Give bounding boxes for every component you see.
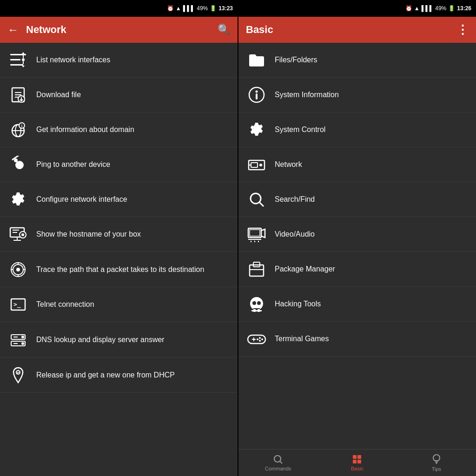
svg-point-47 xyxy=(259,164,262,166)
overflow-menu-button[interactable]: ⋮ xyxy=(456,23,469,37)
svg-rect-46 xyxy=(251,163,258,167)
dhcp-icon: IP xyxy=(7,364,29,386)
list-item-download[interactable]: Download file xyxy=(0,78,238,112)
list-item-package[interactable]: Package Manager xyxy=(238,252,476,287)
list-item-dns[interactable]: DNS lookup and display server answer xyxy=(0,322,238,357)
dhcp-label: Release ip and get a new one from DHCP xyxy=(36,370,175,380)
list-item-syscontrol[interactable]: System Control xyxy=(238,112,476,147)
battery-percent-left: 49% xyxy=(197,5,208,12)
list-item-ping[interactable]: Ping to another device xyxy=(0,147,238,182)
svg-rect-64 xyxy=(251,310,262,311)
svg-rect-75 xyxy=(357,455,361,459)
ping-icon xyxy=(7,154,29,175)
list-item-network-right[interactable]: Network xyxy=(238,147,476,182)
list-item-traceroute[interactable]: Trace the path that a packet takes to it… xyxy=(0,252,238,287)
list-item-configure[interactable]: Configure network interface xyxy=(0,182,238,217)
svg-rect-0 xyxy=(10,54,26,55)
svg-rect-78 xyxy=(435,461,438,462)
syscontrol-label: System Control xyxy=(275,126,325,134)
gear-icon xyxy=(246,119,267,140)
download-icon xyxy=(7,84,29,106)
domain-label: Get information about domain xyxy=(36,126,134,134)
network-card-icon xyxy=(246,154,267,175)
info-icon xyxy=(246,84,267,106)
svg-point-26 xyxy=(21,233,24,236)
battery-percent-right: 49% xyxy=(435,5,446,12)
tips-bulb-icon xyxy=(432,454,441,465)
list-item-dhcp[interactable]: IP Release ip and get a new one from DHC… xyxy=(0,357,238,393)
signal-icon-left: ▌▌▌ xyxy=(183,5,195,12)
hostname-label: Show the hostname of your box xyxy=(36,230,141,238)
time-left: 13:23 xyxy=(218,5,233,12)
svg-point-49 xyxy=(251,193,261,204)
list-item-search[interactable]: Search/Find xyxy=(238,182,476,217)
list-item-games[interactable]: Terminal Games xyxy=(238,322,476,357)
battery-icon-left: 🔋 xyxy=(210,5,217,12)
games-label: Terminal Games xyxy=(275,335,329,343)
traceroute-icon xyxy=(7,259,29,280)
battery-icon-right: 🔋 xyxy=(448,5,455,12)
signal-icon-right: ▌▌▌ xyxy=(422,5,434,12)
package-label: Package Manager xyxy=(275,265,335,273)
nav-commands[interactable]: Commands xyxy=(238,450,317,476)
list-item-hacking[interactable]: Hacking Tools xyxy=(238,287,476,322)
list-item-video[interactable]: Video/Audio xyxy=(238,217,476,252)
svg-rect-74 xyxy=(353,455,357,459)
network-interfaces-icon xyxy=(7,49,29,71)
search-icon xyxy=(246,189,267,210)
search-button-left[interactable]: 🔍 xyxy=(218,24,230,36)
download-label: Download file xyxy=(36,91,81,99)
network-list: List network interfaces xyxy=(0,43,238,476)
alarm-icon-left: ⏰ xyxy=(167,5,174,12)
svg-point-37 xyxy=(21,342,24,345)
package-icon xyxy=(246,258,267,280)
svg-rect-52 xyxy=(250,230,260,236)
svg-point-60 xyxy=(252,301,256,305)
nav-basic[interactable]: Basic xyxy=(317,450,397,476)
svg-line-50 xyxy=(259,202,264,206)
list-item-sysinfo[interactable]: System Information xyxy=(238,78,476,112)
basic-list: Files/Folders System Information xyxy=(238,43,476,449)
configure-label: Configure network interface xyxy=(36,195,127,204)
svg-line-73 xyxy=(280,462,283,464)
video-icon xyxy=(246,224,267,245)
bottom-nav: Commands Basic xyxy=(238,449,476,476)
basic-puzzle-icon xyxy=(352,454,362,464)
list-item-hostname[interactable]: Show the hostname of your box xyxy=(0,217,238,252)
svg-point-17 xyxy=(15,161,24,169)
nav-tips[interactable]: Tips xyxy=(397,450,476,476)
list-item-telnet[interactable]: >_ Telnet connection xyxy=(0,287,238,322)
svg-point-61 xyxy=(257,301,261,305)
back-button[interactable]: ← xyxy=(7,23,19,36)
time-right: 13:26 xyxy=(457,5,471,12)
list-item-files[interactable]: Files/Folders xyxy=(238,43,476,78)
list-item-network-interfaces[interactable]: List network interfaces xyxy=(0,43,238,78)
svg-point-35 xyxy=(21,336,24,338)
svg-point-70 xyxy=(259,340,261,342)
skull-icon xyxy=(246,293,267,315)
svg-text:i: i xyxy=(21,124,23,128)
svg-point-27 xyxy=(16,268,20,271)
network-right-label: Network xyxy=(275,160,302,169)
files-label: Files/Folders xyxy=(275,56,317,64)
svg-rect-76 xyxy=(353,460,357,463)
configure-icon xyxy=(7,189,29,210)
svg-point-3 xyxy=(22,59,25,61)
traceroute-label: Trace the path that a packet takes to it… xyxy=(36,264,204,275)
svg-rect-44 xyxy=(256,93,258,99)
search-label: Search/Find xyxy=(275,195,315,204)
ping-label: Ping to another device xyxy=(36,160,110,169)
svg-point-69 xyxy=(261,338,263,340)
alarm-icon-right: ⏰ xyxy=(405,5,412,12)
svg-text:IP: IP xyxy=(16,371,20,375)
commands-search-icon xyxy=(273,454,283,464)
right-screen-title: Basic xyxy=(246,24,456,36)
domain-icon: i xyxy=(7,119,29,140)
left-screen-title: Network xyxy=(26,24,218,36)
dns-label: DNS lookup and display server answer xyxy=(36,335,165,345)
telnet-icon: >_ xyxy=(7,294,29,315)
nav-basic-label: Basic xyxy=(351,466,364,471)
hostname-icon xyxy=(7,224,29,245)
wifi-icon-left: ▲ xyxy=(176,5,181,12)
list-item-domain[interactable]: i Get information about domain xyxy=(0,112,238,147)
